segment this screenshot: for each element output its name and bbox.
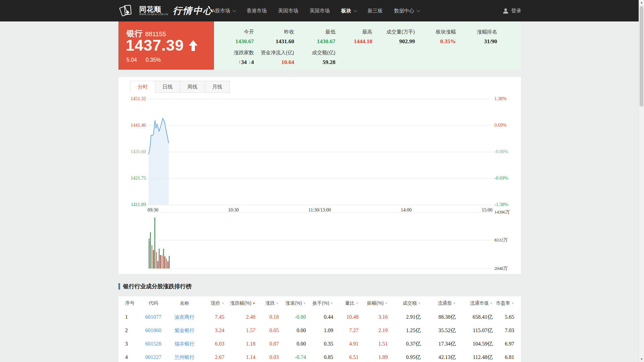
col-header-label: 流通市值: [470, 300, 489, 306]
cell-vol-ratio: 7.27: [333, 324, 359, 337]
user-icon: [502, 8, 509, 14]
cell-chg-pct: 1.18: [224, 337, 256, 351]
scrollbar-up-arrow[interactable]: ▲: [639, 0, 644, 5]
volume-gridline: [148, 240, 492, 240]
sort-icon[interactable]: ▼: [303, 302, 306, 305]
cell-price: 3.24: [201, 324, 224, 337]
index-header: 银行881155 1437.39 5.040.35% 今开1430.67昨收14…: [118, 21, 521, 70]
price-area-fill: [149, 118, 169, 205]
cell-code: 601528: [139, 337, 168, 351]
stock-name-link[interactable]: 渝农商行: [174, 314, 195, 320]
y-axis-pct-label: -0.00%: [494, 149, 521, 155]
stats-grid: 今开1430.67昨收1431.60最低1430.67最高1444.10成交量(…: [214, 21, 521, 70]
volume-bar: [156, 252, 157, 268]
sort-icon[interactable]: ▼: [330, 302, 333, 305]
cell-turnover: 1.09: [306, 324, 333, 337]
sort-icon[interactable]: ▼: [453, 302, 456, 305]
cell-pe: 6.81: [493, 351, 514, 362]
cell-turnover: 0.44: [306, 310, 333, 324]
nav-item-hk[interactable]: 香港市场: [247, 8, 267, 14]
cell-float-cap: 115.07亿: [456, 324, 493, 337]
col-header-vol-ratio[interactable]: 量比▼: [333, 296, 359, 310]
table-row[interactable]: 4001227兰州银行2.671.140.03-0.740.856.511.89…: [125, 351, 514, 362]
stock-name-link[interactable]: 紫金银行: [174, 327, 195, 333]
nav-item-label: 英国市场: [310, 8, 330, 14]
col-header-label: 涨跌: [265, 300, 275, 306]
sort-icon[interactable]: ▼: [221, 302, 224, 305]
sort-icon[interactable]: ▼: [276, 302, 279, 305]
cell-seq: 4: [125, 351, 139, 362]
sort-icon[interactable]: ▼: [385, 302, 388, 305]
nav-item-uk[interactable]: 英国市场: [310, 8, 330, 14]
nav-item-data-center[interactable]: 数据中心: [394, 8, 419, 14]
scrollbar-thumb[interactable]: [640, 6, 643, 107]
sort-icon[interactable]: ▼: [511, 302, 514, 305]
ranking-table: 序号代码名称现价▼涨跌幅(%)▼涨跌▼涨速(%)▼换手(%)▼量比▼振幅(%)▼…: [125, 296, 514, 362]
brand-logo[interactable]: ♠ 同花顺 WWW.10JQKA.COM.CN 行情中心: [119, 3, 213, 19]
col-header-float-cap[interactable]: 流通市值▼: [456, 296, 493, 310]
scrollbar-down-arrow[interactable]: ▼: [639, 357, 644, 362]
index-price: 1437.39: [126, 36, 184, 54]
col-header-chg[interactable]: 涨跌▼: [256, 296, 279, 310]
cell-float-cap: 112.48亿: [456, 351, 493, 362]
volume-bar: [162, 255, 163, 268]
col-header-price[interactable]: 现价▼: [201, 296, 224, 310]
volume-bar: [149, 239, 150, 268]
stock-code-link[interactable]: 601860: [145, 327, 161, 333]
sort-icon[interactable]: ▼: [490, 302, 493, 305]
sort-icon[interactable]: ▼: [418, 302, 421, 305]
col-header-amplitude[interactable]: 振幅(%)▼: [359, 296, 388, 310]
volume-bar: [159, 249, 160, 268]
table-row[interactable]: 3601528瑞丰银行6.031.180.070.000.354.911.510…: [125, 337, 514, 351]
cell-pe: 7.03: [493, 324, 514, 337]
nav-item-label: 数据中心: [394, 8, 414, 14]
col-header-label: 量比: [345, 300, 355, 306]
cell-vol-ratio: 4.91: [333, 337, 359, 351]
col-header-speed[interactable]: 涨速(%)▼: [279, 296, 306, 310]
col-header-float-shares[interactable]: 流通股▼: [421, 296, 456, 310]
up-arrow-icon: ↑: [238, 59, 241, 65]
cell-chg: 0.18: [256, 310, 279, 324]
col-header-label: 涨跌幅(%): [230, 300, 252, 306]
cell-name: 瑞丰银行: [168, 337, 201, 351]
stat-label: 涨幅排名: [447, 29, 497, 35]
col-header-pe[interactable]: 市盈率▼: [493, 296, 514, 310]
nav-item-sector[interactable]: 板块: [341, 8, 356, 14]
nav-item-label: 香港市场: [247, 8, 267, 14]
cell-seq: 1: [125, 310, 139, 324]
brand-url: WWW.10JQKA.COM.CN: [139, 13, 168, 16]
y-axis-price-label: 1411.89: [118, 202, 146, 208]
sort-icon[interactable]: ▼: [253, 302, 256, 305]
stock-code-link[interactable]: 601077: [145, 314, 161, 320]
nav-item-label: 新三板: [368, 8, 383, 14]
col-header-turnover[interactable]: 换手(%)▼: [306, 296, 333, 310]
cell-amplitude: 2.19: [359, 324, 388, 337]
volume-axis-label: 14396万: [494, 209, 521, 215]
cell-float-shares: 88.38亿: [421, 310, 456, 324]
stock-code-link[interactable]: 601528: [145, 341, 161, 347]
stat-label: 成交额(亿): [285, 50, 335, 56]
nav-item-a-share[interactable]: A股市场: [212, 8, 235, 14]
login-button[interactable]: 登录: [502, 0, 521, 21]
stock-name-link[interactable]: 瑞丰银行: [174, 341, 195, 347]
cell-turnover: 0.85: [306, 351, 333, 362]
nav-item-neeq[interactable]: 新三板: [368, 8, 383, 14]
col-header-amount[interactable]: 成交额▼: [388, 296, 421, 310]
cell-chg-pct: 1.14: [224, 351, 256, 362]
price-gridline: [148, 152, 492, 152]
sort-icon[interactable]: ▼: [356, 302, 359, 305]
volume-axis-label: 8222万: [494, 237, 521, 243]
chevron-down-icon: [417, 8, 420, 12]
index-summary-box: 银行881155 1437.39 5.040.35%: [118, 21, 214, 70]
table-header-row: 序号代码名称现价▼涨跌幅(%)▼涨跌▼涨速(%)▼换手(%)▼量比▼振幅(%)▼…: [125, 296, 514, 310]
nav-item-us[interactable]: 美国市场: [278, 8, 298, 14]
col-header-label: 名称: [180, 300, 189, 306]
stock-code-link[interactable]: 001227: [145, 354, 161, 360]
col-header-chg-pct[interactable]: 涨跌幅(%)▼: [224, 296, 256, 310]
y-axis-pct-label: -1.38%: [494, 202, 521, 208]
page-scrollbar[interactable]: ▲ ▼: [639, 0, 644, 362]
table-row[interactable]: 1601077渝农商行7.452.480.18-0.800.4410.483.1…: [125, 310, 514, 324]
stock-name-link[interactable]: 兰州银行: [174, 354, 195, 360]
brand-product: 行情中心: [173, 5, 213, 17]
table-row[interactable]: 2601860紫金银行3.241.570.050.001.097.272.191…: [125, 324, 514, 337]
